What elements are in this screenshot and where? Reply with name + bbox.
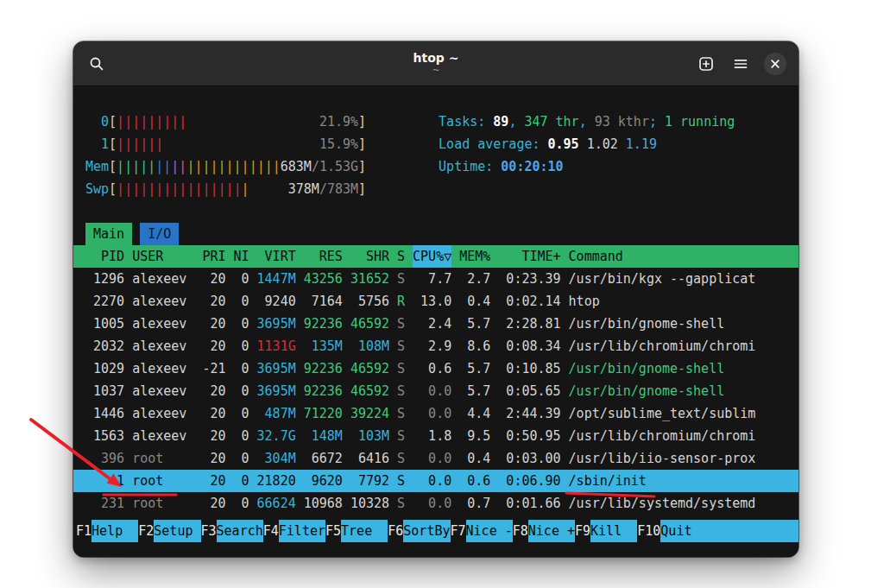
column-header-ni[interactable]: NI [234,245,249,268]
meter-bracket: [ [109,111,117,133]
column-header-virt[interactable]: VIRT [257,245,296,268]
table-row[interactable]: 2032alexeev2001131G135M108MS2.98.60:08.3… [73,335,798,357]
cell-s: S [397,357,405,380]
table-row[interactable]: 1563alexeev20032.7G148M103MS1.89.50:50.9… [73,425,798,447]
column-header-s[interactable]: S [397,245,405,268]
cell-time: 0:23.39 [498,268,560,290]
fn-button-setup[interactable]: F2Setup [138,520,200,542]
table-row[interactable]: 396root200304M66726416S0.00.40:03.00/usr… [73,447,798,470]
table-row[interactable]: 1446alexeev200487M7122039224S0.04.42:44.… [73,402,798,425]
column-header-pri[interactable]: PRI [202,245,225,268]
fn-action-label: Search [217,520,263,542]
meter-bar-segment: |||||||||||| [186,159,280,174]
close-button[interactable] [761,49,790,79]
cell-ni: 0 [234,268,249,290]
cell-cpu: 0.0 [413,402,451,425]
cell-cpu: 7.7 [413,268,451,290]
close-button-circle [764,53,786,75]
meter-bracket: ] [358,133,366,155]
meter-bracket: [ [109,133,117,155]
column-header-pid[interactable]: PID [85,245,124,268]
cell-user: alexeev [132,268,194,290]
table-row-selected[interactable]: 1root2002182096207792S0.00.60:06.90/sbin… [73,470,798,492]
meter-bar-segment: |||||||||||||||| [117,181,242,197]
fn-button-quit[interactable]: F10Quit [637,520,798,542]
fn-button-tree[interactable]: F5Tree [325,520,388,542]
table-row[interactable]: 1005alexeev2003695M9223646592S2.45.72:28… [73,313,798,335]
cell-user: alexeev [132,335,194,357]
column-header-command[interactable]: Command [569,245,786,268]
text-segment: 1 running [665,114,735,130]
summary-panel: Tasks: 89, 347 thr, 93 kthr; 1 running L… [439,111,735,178]
meter-value-segment: 15.9% [319,136,358,152]
cell-command: /usr/bin/kgx --gapplicat [569,268,786,290]
cell-pri: 20 [202,335,225,357]
menu-button[interactable] [726,49,755,79]
table-row[interactable]: 1037alexeev2003695M9223646592S0.05.70:05… [73,380,798,402]
cell-shr: 31652 [350,268,389,290]
cell-pri: 20 [202,290,225,313]
meter-value: 683M/1.53G [281,155,358,178]
meter-bracket: ] [358,111,366,133]
column-header-shr[interactable]: SHR [350,245,389,268]
meter-value: 378M/783M [288,178,358,200]
cell-time: 0:01.66 [498,492,560,515]
cell-ni: 0 [234,313,249,335]
new-tab-button[interactable] [691,49,721,79]
console-window: htop ~ ~ [73,41,798,557]
fn-button-kill[interactable]: F9Kill [575,520,637,542]
cell-pid: 2270 [85,290,124,313]
text-segment: , [508,114,524,130]
table-row[interactable]: 1296alexeev2001447M4325631652S7.72.70:23… [73,268,798,290]
text-segment: 93 kthr [595,114,649,130]
cell-pid: 1446 [85,402,124,425]
fn-button-nice-+[interactable]: F8Nice + [513,520,575,542]
table-row[interactable]: 2270alexeev200924071645756R13.00.40:02.1… [73,290,798,313]
fn-button-filter[interactable]: F4Filter [263,520,325,542]
meter-value: 21.9% [319,111,358,133]
meter-mem: Mem[|||||||||||||||||||||683M/1.53G] [85,155,366,178]
cell-shr: 103M [350,425,389,447]
fn-key-label: F5 [325,520,341,542]
fn-button-help[interactable]: F1Help [76,520,138,542]
column-header-res[interactable]: RES [304,245,343,268]
meter-bracket: ] [358,155,366,178]
meter-label: 1 [85,133,109,155]
column-header-user[interactable]: USER [132,245,194,268]
table-row[interactable]: 1029alexeev-2103695M9223646592S0.65.70:1… [73,357,798,380]
new-tab-icon [698,56,714,72]
column-header-mem[interactable]: MEM% [459,245,490,268]
fn-button-nice--[interactable]: F7Nice - [451,520,513,542]
cell-res: 7164 [304,290,343,313]
cell-res: 92236 [304,313,343,335]
meter-bar-segment: ||||||||| [117,114,186,130]
column-header-time[interactable]: TIME+ [498,245,560,268]
cell-ni: 0 [234,380,249,402]
fn-key-label: F6 [388,520,403,542]
cell-time: 0:10.85 [498,357,560,380]
meter-label: 0 [85,111,109,133]
cell-s: S [397,402,405,425]
fn-button-sortby[interactable]: F6SortBy [388,520,450,542]
cell-time: 0:02.14 [498,290,560,313]
meter-label: Mem [85,155,109,178]
cell-user: alexeev [132,425,194,447]
cell-s: S [397,492,405,515]
text-segment: 347 thr [524,114,578,130]
uptime-line: Uptime: 00:20:10 [439,155,735,178]
meter-cpu0: 0[|||||||||21.9%] [85,111,366,133]
search-button[interactable] [82,49,111,79]
fn-key-label: F4 [263,520,279,542]
tab-io[interactable]: I/O [140,223,179,245]
column-header-cpu[interactable]: CPU%▽ [413,245,451,268]
cell-command: /usr/lib/chromium/chromi [569,335,786,357]
cell-virt: 487M [257,402,296,425]
fn-button-search[interactable]: F3Search [201,520,263,542]
meter-value-segment: 378M [288,181,319,197]
cell-res: 148M [304,425,343,447]
tab-main[interactable]: Main [85,223,132,245]
table-row[interactable]: 231root200666241096810328S0.00.70:01.66/… [73,492,798,515]
fn-action-label: Filter [279,520,325,542]
fn-action-label: Help [92,520,138,542]
cell-time: 2:28.81 [498,313,560,335]
